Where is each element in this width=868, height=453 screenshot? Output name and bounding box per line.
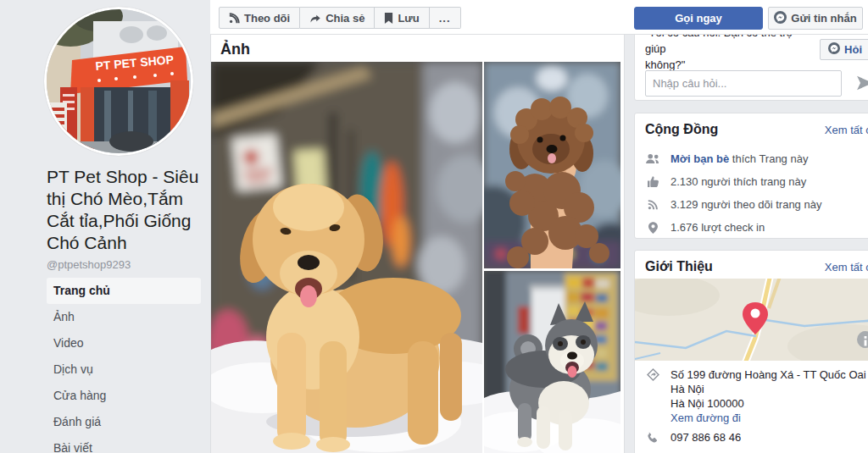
more-button[interactable]: ... (430, 7, 461, 29)
phone-number: 097 886 68 46 (670, 431, 741, 444)
phone-row: 097 886 68 46 (645, 431, 741, 444)
invite-friends-link[interactable]: Mời bạn bè (670, 152, 729, 165)
about-card: Giới Thiệu Xem tất cả (634, 250, 868, 453)
photos-heading: Ảnh (220, 41, 250, 58)
directions-icon (645, 368, 660, 381)
checkins-count: 1.676 lượt check in (670, 221, 765, 234)
save-label: Lưu (398, 12, 419, 25)
call-now-button[interactable]: Gọi ngay (634, 7, 763, 30)
sidebar-item-posts[interactable]: Bài viết (47, 435, 201, 453)
follow-label: Theo dõi (244, 12, 290, 25)
more-label: ... (439, 12, 451, 25)
send-message-button[interactable]: Gửi tin nhắn (768, 7, 863, 30)
address-line2: Hà Nội 100000 (670, 396, 868, 411)
photos-section: Ảnh (210, 35, 625, 453)
share-label: Chia sẻ (326, 12, 364, 25)
sidebar-item-photos[interactable]: Ảnh (47, 304, 201, 330)
page-title: PT Pet Shop - Siêu thị Chó Mèo,Tắm Cắt t… (47, 166, 201, 254)
action-bar: Theo dõi Chia sẻ Lưu ... Gọi ngay Gửi ti… (210, 0, 868, 35)
page-likes-row: 2.130 người thích trang này (645, 175, 806, 188)
page-sidebar: PT PET SHOP PT Pet Shop - Siêu thị Chó M… (0, 0, 210, 453)
checkins-row: 1.676 lượt check in (645, 221, 765, 234)
send-message-label: Gửi tin nhắn (791, 12, 856, 25)
question-input[interactable] (645, 70, 842, 97)
ask-button[interactable]: Hỏi (820, 39, 868, 60)
ask-button-label: Hỏi (844, 43, 862, 56)
page-username: @ptpetshop9293 (47, 258, 131, 271)
about-title: Giới Thiệu (645, 259, 713, 274)
friends-icon (645, 153, 660, 164)
photo-golden-retriever-puppy[interactable] (211, 62, 482, 453)
community-see-all-link[interactable]: Xem tất cả (825, 124, 868, 136)
save-button[interactable]: Lưu (375, 7, 429, 29)
page-followers-count: 3.129 người theo dõi trang này (670, 198, 821, 211)
map-pin-icon (645, 222, 660, 234)
photo-husky-puppy[interactable] (484, 271, 620, 453)
rss-icon (645, 199, 660, 210)
storefront-photo: PT PET SHOP (47, 9, 191, 153)
sidebar-item-home[interactable]: Trang chủ (47, 278, 201, 304)
invite-friends-row[interactable]: Mời bạn bè thích Trang này (645, 152, 808, 165)
send-question-button[interactable] (855, 74, 868, 95)
address-line1: Số 199 đường Hoàng Xá - TT Quốc Oai - Hà… (670, 367, 868, 396)
get-directions-link[interactable]: Xem đường đi (670, 411, 868, 425)
sidebar-item-reviews[interactable]: Đánh giá (47, 409, 201, 435)
share-icon (309, 13, 321, 24)
about-see-all-link[interactable]: Xem tất cả (825, 261, 868, 273)
page-nav: Trang chủ Ảnh Video Dịch vụ Cửa hàng Đán… (47, 278, 201, 453)
page-avatar[interactable]: PT PET SHOP (44, 7, 193, 156)
phone-icon (645, 432, 660, 444)
bookmark-icon (384, 13, 393, 24)
community-card: Cộng Đồng Xem tất cả Mời bạn bè thích Tr… (634, 113, 868, 239)
invite-friends-rest: thích Trang này (729, 152, 808, 165)
page-likes-count: 2.130 người thích trang này (670, 175, 806, 188)
follow-button[interactable]: Theo dõi (219, 7, 300, 29)
follow-icon (229, 13, 240, 24)
thumbs-up-icon (645, 176, 660, 187)
sidebar-item-videos[interactable]: Video (47, 330, 201, 356)
send-icon (855, 74, 868, 92)
location-map[interactable] (635, 279, 868, 361)
photo-poodle-puppy[interactable] (484, 62, 620, 268)
messenger-icon (774, 11, 787, 26)
address-row: Số 199 đường Hoàng Xá - TT Quốc Oai - Hà… (645, 367, 868, 425)
share-button[interactable]: Chia sẻ (300, 7, 375, 29)
sidebar-item-shop[interactable]: Cửa hàng (47, 383, 201, 409)
sidebar-item-services[interactable]: Dịch vụ (47, 356, 201, 383)
page-followers-row: 3.129 người theo dõi trang này (645, 198, 821, 211)
community-title: Cộng Đồng (645, 122, 718, 137)
messenger-icon (828, 42, 840, 57)
page-action-button-group: Theo dõi Chia sẻ Lưu ... (219, 7, 461, 29)
